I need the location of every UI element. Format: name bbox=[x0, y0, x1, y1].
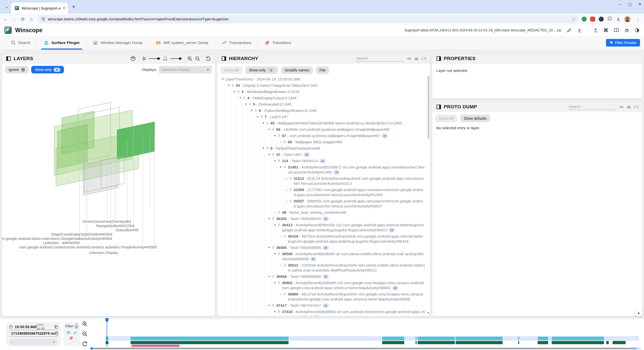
proto-search-input[interactable] bbox=[568, 104, 616, 110]
pin-icon[interactable] bbox=[277, 251, 282, 256]
tree-node[interactable]: 31512 - 81917d ActivityRecordInputSink c… bbox=[219, 176, 427, 186]
minimize-icon[interactable]: ─ bbox=[619, 2, 622, 7]
3d-view-icon[interactable] bbox=[130, 56, 136, 61]
ignore-chip[interactable]: Ignore bbox=[5, 66, 29, 73]
documentation-icon[interactable] bbox=[614, 28, 619, 33]
tree-node[interactable]: ▼65 - WallpaperWindowToken{87b6d66 token… bbox=[219, 121, 427, 126]
regex-toggle[interactable]: (.*) bbox=[422, 57, 426, 60]
match-case-toggle[interactable]: Aa bbox=[619, 105, 623, 109]
pin-icon[interactable] bbox=[277, 158, 282, 163]
displays-select[interactable]: Unknown Display ▼ bbox=[159, 66, 212, 73]
url-bar[interactable]: winscope.teams.x20web.corp.google.com/pr… bbox=[38, 15, 579, 23]
simplify-names-chip[interactable]: Simplify names bbox=[281, 66, 313, 74]
expand-chevron-icon[interactable]: ▼ bbox=[244, 102, 249, 107]
expand-chevron-icon[interactable]: ▼ bbox=[272, 158, 277, 163]
expand-chevron-icon[interactable]: ▼ bbox=[249, 108, 254, 113]
shortcuts-icon[interactable]: ⌘ bbox=[603, 27, 608, 33]
scrollbar-right-handle[interactable] bbox=[633, 347, 636, 349]
expand-chevron-icon[interactable]: ▼ bbox=[278, 165, 283, 170]
tree-node[interactable]: 33027 - 90b855c com.google.android.apps.… bbox=[219, 199, 427, 209]
timeline-segment[interactable] bbox=[382, 341, 404, 344]
tree-node[interactable]: ▼43 - Display 0 name="Integrierter Bilds… bbox=[219, 83, 427, 88]
pin-icon[interactable] bbox=[289, 187, 294, 192]
timeline-segment[interactable] bbox=[382, 337, 404, 340]
pin-icon[interactable] bbox=[283, 140, 288, 145]
tab-surface-flinger[interactable]: Surface Flinger bbox=[37, 36, 86, 50]
rotation-icon[interactable] bbox=[141, 56, 146, 61]
tab-window-manager-dump[interactable]: Window Manager Dump bbox=[87, 36, 149, 50]
expand-chevron-icon[interactable]: ▼ bbox=[220, 77, 225, 82]
expand-chevron-icon[interactable]: ▼ bbox=[255, 114, 260, 119]
show-defaults-chip[interactable]: Show defaults bbox=[460, 115, 490, 122]
timeline-segment[interactable] bbox=[538, 337, 548, 340]
pin-icon[interactable] bbox=[289, 176, 294, 181]
tree-node[interactable]: ▼3 - WindowedMagnification:0:31#3 bbox=[219, 89, 427, 94]
forward-icon[interactable]: → bbox=[10, 16, 19, 22]
pin-icon[interactable] bbox=[277, 223, 282, 228]
copy-icon[interactable] bbox=[54, 325, 58, 329]
timeline-segment[interactable] bbox=[131, 341, 289, 344]
timeline-row-surfaceflinger[interactable] bbox=[91, 337, 641, 340]
tree-node[interactable]: 36866 - bbc27e0 ActivityRecordInputSink … bbox=[219, 292, 427, 302]
copy-icon[interactable] bbox=[55, 332, 58, 335]
scrollbar-thumb[interactable] bbox=[93, 348, 633, 349]
show-only-chip[interactable]: Show onlyV bbox=[245, 66, 278, 74]
expand-chevron-icon[interactable]: ▼ bbox=[272, 280, 277, 285]
bookmark-star-icon[interactable]: ☆ bbox=[572, 17, 576, 22]
human-time-field[interactable]: 15:50:52.668 UTC-04:00 bbox=[9, 324, 58, 330]
show-only-chip[interactable]: Show only V bbox=[31, 66, 64, 73]
expand-chevron-icon[interactable]: ▼ bbox=[267, 274, 272, 279]
tree-node[interactable]: ▼7 - Leaf:0:1#7 bbox=[219, 114, 427, 119]
pin-icon[interactable] bbox=[260, 114, 265, 119]
timeline-segment[interactable] bbox=[416, 337, 417, 340]
tree-node[interactable]: ▼36320 - Task=7900#36320H bbox=[219, 216, 427, 221]
tree-node[interactable]: ▼36862 - ActivityRecord{a836a99 u10 com.… bbox=[219, 280, 427, 290]
tree-node[interactable]: 68 - Wallpaper BBQ wrapper#68 bbox=[219, 140, 427, 145]
filter-presets-button[interactable]: Filter Presets bbox=[606, 39, 640, 47]
layers-trace-icon[interactable] bbox=[66, 331, 71, 335]
tree-node[interactable]: ▼6 - FullscreenMagnification:0:12#6 bbox=[219, 108, 427, 113]
pin-icon[interactable] bbox=[231, 83, 236, 88]
timeline-cursor[interactable] bbox=[107, 319, 107, 347]
tree-node[interactable]: ▼37417 - Task=7907#37417H bbox=[219, 303, 427, 308]
tab-transitions[interactable]: Transitions bbox=[258, 36, 298, 50]
tree-node[interactable]: ▼LayerTraceEntry - 2024-04-18, 15:50:52.… bbox=[219, 77, 427, 82]
zoom-out-icon[interactable] bbox=[195, 56, 200, 61]
timeline-segment[interactable] bbox=[518, 337, 519, 340]
tree-node[interactable]: ▼31491 - ActivityRecord{52d3872 u0 com.g… bbox=[219, 165, 427, 175]
zoom-in-icon[interactable] bbox=[187, 56, 192, 61]
timeline-segment[interactable] bbox=[131, 337, 289, 340]
pin-icon[interactable] bbox=[243, 96, 247, 101]
expand-chevron-icon[interactable]: ▼ bbox=[272, 133, 277, 138]
expand-chevron-icon[interactable]: ▼ bbox=[272, 309, 277, 314]
pin-icon[interactable] bbox=[272, 127, 276, 132]
pin-icon[interactable] bbox=[272, 216, 276, 221]
pin-icon[interactable] bbox=[277, 133, 282, 138]
tab-ime-dump[interactable]: IME system_server Dump bbox=[149, 36, 215, 50]
profile-avatar[interactable] bbox=[624, 16, 630, 22]
timeline-zoom-in-icon[interactable] bbox=[82, 321, 88, 328]
show-diff-chip[interactable]: Show diff bbox=[220, 66, 242, 74]
browser-menu-icon[interactable]: ⋮ bbox=[634, 17, 642, 22]
tree-node[interactable]: ▼8 - DefaultTaskDisplayArea#8 bbox=[219, 146, 427, 151]
browser-tab[interactable]: Winscope | bugreport-ak ✕ bbox=[11, 3, 68, 14]
timeline-segment[interactable] bbox=[538, 341, 548, 344]
maximize-icon[interactable]: ▢ bbox=[628, 2, 632, 7]
match-word-toggle[interactable]: ab bbox=[627, 105, 630, 109]
pin-icon[interactable] bbox=[283, 165, 288, 170]
timeline-segment[interactable] bbox=[416, 341, 417, 344]
close-icon[interactable]: ✕ bbox=[638, 2, 641, 7]
tree-node[interactable]: ▼4 - HideDisplayCutout:0:14#4 bbox=[219, 96, 427, 101]
download-traces-icon[interactable] bbox=[577, 28, 582, 33]
timeline-segment[interactable] bbox=[606, 341, 609, 344]
tree-node[interactable]: 48 - home_task_overlay_container#48 bbox=[219, 210, 427, 215]
reset-view-icon[interactable] bbox=[206, 56, 211, 61]
collapse-panel-icon[interactable] bbox=[221, 56, 226, 61]
tree-node[interactable]: ▼37418 - ActivityRecord{46d86b3 u0 com.a… bbox=[219, 309, 427, 316]
pin-icon[interactable] bbox=[266, 121, 270, 126]
tab-search[interactable]: Search bbox=[5, 36, 37, 50]
expand-chevron-icon[interactable]: ▼ bbox=[261, 146, 266, 151]
next-frame-icon[interactable]: › bbox=[54, 340, 55, 344]
expand-chevron-icon[interactable]: ▼ bbox=[267, 127, 272, 132]
tree-node[interactable]: ▼66 - c6c854e com.android.systemui.wallp… bbox=[219, 127, 427, 132]
